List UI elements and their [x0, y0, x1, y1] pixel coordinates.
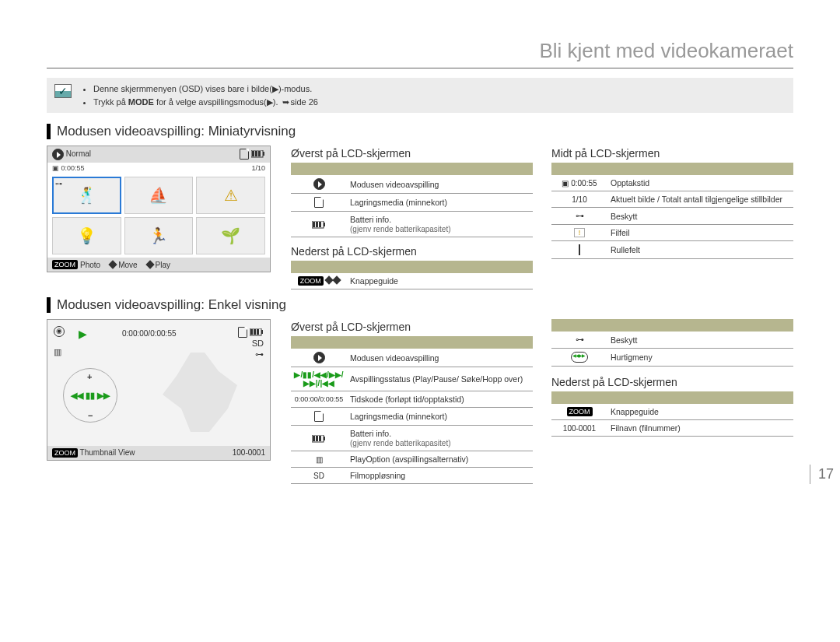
note-text: ).: [273, 97, 281, 107]
svg-rect-3: [255, 151, 257, 156]
svg-rect-12: [250, 329, 253, 335]
wheel-icon: [571, 352, 588, 363]
top-lcd-table: Modusen videoavspilling Lagringsmedia (m…: [291, 163, 533, 237]
diamond-icon: [108, 260, 117, 268]
menu-icon: ◉: [54, 326, 65, 337]
arrow-icon: [281, 97, 291, 107]
note-text: Denne skjermmenyen (OSD) vises bare i bi…: [93, 84, 272, 93]
diamond-icon: [333, 275, 341, 284]
table-row: ▥PlayOption (avspillingsalternativ): [291, 451, 533, 468]
bottom-lcd-title-2: Nederst på LCD-skjermen: [551, 376, 793, 388]
bars-icon: ▥: [316, 455, 323, 464]
jog-wheel: ◀◀ ▮▮ ▶▶: [63, 368, 117, 423]
lamp-icon: 💡: [77, 226, 96, 245]
battery-icon: [312, 221, 326, 229]
mid-lcd-table: ▣ 0:00:55Opptakstid 1/10Aktuelt bilde / …: [551, 163, 793, 259]
key-icon: ⊶: [576, 211, 584, 220]
thumbnail-view-label: Thumbnail View: [80, 448, 135, 457]
mode-label: MODE: [128, 97, 154, 107]
table-row: ▣ 0:00:55Opptakstid: [551, 175, 793, 191]
right-top-table: ⊶Beskytt Hurtigmeny: [551, 319, 793, 367]
table-row: ZOOM Knappeguide: [291, 273, 533, 289]
svg-rect-9: [319, 222, 321, 227]
svg-rect-1: [263, 152, 264, 156]
zoom-badge: ZOOM: [52, 260, 78, 269]
filename-label: 100-0001: [233, 448, 265, 458]
svg-rect-19: [319, 436, 321, 441]
section1-heading: Modusen videoavspilling: Miniatyrvisning: [47, 124, 793, 139]
table-row: SDFilmoppløsning: [291, 468, 533, 484]
note-line-2: Trykk på MODE for å velge avspillingsmod…: [93, 96, 786, 109]
card-icon: [240, 149, 249, 160]
top-lcd-table-2: Modusen videoavspilling ▶/▮▮/◀◀/▶▶/▶▶|/|…: [291, 336, 533, 484]
svg-rect-6: [324, 223, 325, 226]
battery-icon: [312, 435, 326, 443]
table-row: 0:00:00/0:00:55Tidskode (forløpt tid/opp…: [291, 391, 533, 408]
table-row: Rullefelt: [551, 241, 793, 259]
note-line-1: Denne skjermmenyen (OSD) vises bare i bi…: [93, 82, 786, 96]
table-row: Modusen videoavspilling: [291, 349, 533, 367]
table-row: 1/10Aktuelt bilde / Totalt antall tilgje…: [551, 191, 793, 208]
thumb[interactable]: 🌱: [196, 217, 265, 254]
card-icon: [314, 197, 324, 208]
table-row: ⊶Beskytt: [551, 332, 793, 349]
thumb[interactable]: 🏃: [124, 217, 194, 254]
battery-icon: [250, 328, 264, 336]
play-mode-icon: [52, 149, 64, 160]
card-icon: [238, 327, 247, 338]
note-text: for å velge avspillingsmodus(: [154, 97, 267, 107]
svg-rect-4: [258, 151, 261, 156]
table-row: ⊶Beskytt: [551, 208, 793, 225]
thumb-selected[interactable]: 🕺⊶: [52, 177, 121, 214]
table-row: 100-0001Filnavn (filnummer): [551, 420, 793, 437]
key-icon: ⊶: [255, 349, 264, 359]
thumb[interactable]: ⛵: [124, 177, 194, 214]
sd-label: SD: [252, 339, 264, 348]
bottom-lcd-table: ZOOM Knappeguide: [291, 261, 533, 289]
mid-lcd-title: Midt på LCD-skjermen: [551, 147, 793, 160]
svg-rect-18: [316, 436, 318, 441]
top-lcd-title-2: Øverst på LCD-skjermen: [291, 321, 533, 333]
lcd-normal-label: Normal: [66, 149, 91, 158]
zoom-badge: ZOOM: [298, 276, 324, 286]
thumb-error[interactable]: ⚠: [196, 177, 265, 214]
table-row: !Filfeil: [551, 225, 793, 241]
lcd-thumbnail-view: Normal ▣ 0:00:55 1/10 🕺⊶ ⛵ ⚠ 💡 🏃 🌱 ZOOM …: [47, 146, 271, 272]
svg-rect-8: [316, 222, 318, 227]
note-text: Trykk på: [93, 97, 128, 107]
table-row: Batteri info.(gjenv rende batterikapasit…: [291, 426, 533, 451]
lcd-photo-label: Photo: [80, 261, 100, 269]
zoom-badge: ZOOM: [567, 407, 593, 416]
svg-rect-7: [313, 222, 315, 227]
section2-heading: Modusen videoavspilling: Enkel visning: [47, 297, 793, 313]
zoom-badge: ZOOM: [52, 448, 78, 458]
scroll-icon: [579, 244, 580, 255]
top-lcd-title: Øverst på LCD-skjermen: [291, 147, 533, 160]
battery-icon: [251, 150, 265, 158]
table-row: Batteri info.(gjenv rende batterikapasit…: [291, 212, 533, 237]
page-number: 17: [810, 465, 834, 484]
bottom-lcd-title: Nederst på LCD-skjermen: [291, 245, 533, 258]
svg-rect-16: [324, 437, 325, 440]
thumb[interactable]: 💡: [52, 217, 121, 254]
card-icon: [314, 411, 324, 422]
svg-rect-11: [261, 330, 263, 334]
bars-icon: ▥: [54, 346, 61, 358]
dancer-icon: 🕺: [77, 186, 96, 205]
lcd-play-label: Play: [156, 261, 170, 269]
lcd-single-view: ◉ ▶ 0:00:00/0:00:55 SD ⊶ ▥ ◀◀ ▮▮ ▶▶ ZOOM…: [47, 319, 271, 461]
diamond-icon: [145, 260, 154, 268]
sailboat-icon: ⛵: [149, 186, 168, 205]
table-row: Lagringsmedia (minnekort): [291, 408, 533, 426]
key-icon: ⊶: [576, 335, 584, 344]
plant-icon: 🌱: [221, 226, 240, 245]
svg-rect-17: [313, 436, 315, 441]
runner-icon: 🏃: [149, 226, 168, 245]
lock-icon: ⊶: [55, 180, 62, 188]
table-row: Hurtigmeny: [551, 349, 793, 367]
lcd-move-label: Move: [118, 261, 137, 269]
table-row: Lagringsmedia (minnekort): [291, 194, 533, 212]
lcd-time: 0:00:55: [61, 164, 85, 172]
warning-icon: !: [574, 228, 585, 237]
svg-rect-2: [252, 151, 254, 156]
